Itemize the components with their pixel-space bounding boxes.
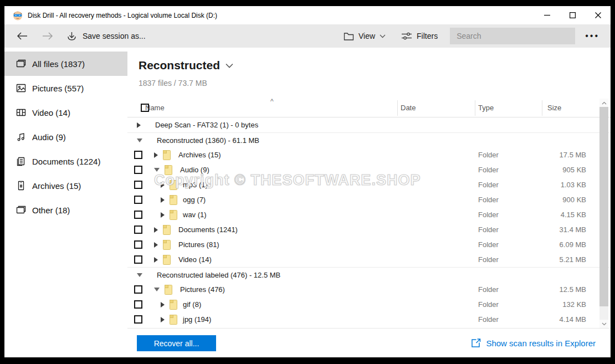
- expand-triangle-icon[interactable]: [154, 227, 158, 233]
- external-link-icon: [471, 338, 481, 348]
- expand-triangle-icon[interactable]: [161, 317, 165, 322]
- column-header-date[interactable]: Date: [401, 99, 416, 117]
- column-header-type[interactable]: Type: [478, 99, 494, 117]
- vertical-scrollbar[interactable]: [599, 99, 608, 328]
- folder-row[interactable]: Pictures (476)Folder12.5 MB: [127, 282, 611, 297]
- more-options-button[interactable]: •••: [583, 31, 602, 41]
- close-button[interactable]: [585, 6, 611, 24]
- folder-row[interactable]: Documents (1241)Folder31.4 MB: [127, 222, 611, 237]
- size-cell: 5.21 MB: [531, 255, 586, 264]
- files-summary: 1837 files / 73.7 MB: [139, 79, 207, 88]
- folder-name: wav (1): [183, 211, 207, 219]
- group-row[interactable]: Reconstructed (1360) - 61.1 MB: [127, 132, 611, 147]
- search-input[interactable]: [450, 28, 575, 44]
- collapse-triangle-icon[interactable]: [154, 288, 160, 291]
- scroll-up-icon[interactable]: [599, 99, 608, 107]
- collapse-triangle-icon[interactable]: [154, 168, 160, 172]
- folder-icon-wrap: [163, 255, 171, 265]
- sidebar: All files (1837)Pictures (557)Video (14)…: [4, 48, 127, 357]
- save-session-icon: [66, 31, 77, 42]
- group-label: Reconstructed labeled (476) - 12.5 MB: [157, 271, 280, 279]
- expand-triangle-icon[interactable]: [161, 182, 165, 188]
- sort-ascending-icon[interactable]: ^: [270, 99, 274, 105]
- folder-row[interactable]: Archives (15)Folder17.5 MB: [127, 147, 611, 162]
- folder-name: Documents (1241): [178, 225, 238, 234]
- folder-row[interactable]: ogg (7)Folder900 KB: [127, 192, 611, 207]
- size-cell: 1.03 KB: [531, 181, 586, 189]
- row-checkbox[interactable]: [134, 181, 142, 189]
- expand-triangle-icon[interactable]: [161, 302, 165, 307]
- app-window: Disk Drill - All recovery methods - Logi…: [4, 6, 611, 357]
- folder-name: Video (14): [178, 255, 212, 264]
- page-title: Reconstructed: [139, 59, 220, 72]
- size-cell: 132 KB: [531, 300, 586, 309]
- row-checkbox[interactable]: [134, 240, 142, 249]
- folder-row[interactable]: Video (14)Folder5.21 MB: [127, 252, 611, 267]
- expand-triangle-icon[interactable]: [161, 197, 165, 203]
- expand-triangle-icon[interactable]: [137, 122, 141, 128]
- column-header-size[interactable]: Size: [547, 99, 561, 117]
- video-icon: [16, 107, 27, 118]
- expand-triangle-icon[interactable]: [161, 212, 165, 218]
- row-checkbox[interactable]: [134, 300, 142, 309]
- expand-triangle-icon[interactable]: [154, 152, 158, 158]
- save-session-button[interactable]: Save session as...: [66, 31, 146, 42]
- sidebar-item-all[interactable]: All files (1837): [4, 52, 127, 76]
- table-header: ^ Name Date Type Size: [127, 99, 611, 117]
- recover-all-button[interactable]: Recover all...: [137, 335, 216, 351]
- row-checkbox[interactable]: [134, 255, 142, 264]
- view-button[interactable]: View: [344, 32, 386, 41]
- scrollbar-thumb[interactable]: [599, 107, 608, 306]
- folder-icon-wrap: [170, 315, 177, 325]
- folder-row[interactable]: mp3 (1)Folder1.03 KB: [127, 177, 611, 192]
- folder-row[interactable]: wav (1)Folder4.15 KB: [127, 207, 611, 222]
- folder-icon-wrap: [163, 225, 171, 235]
- row-checkbox[interactable]: [134, 211, 142, 219]
- size-cell: 4.15 KB: [531, 211, 586, 219]
- content-panel: Reconstructed 1837 files / 73.7 MB ^ Nam…: [127, 48, 611, 357]
- minimize-button[interactable]: [534, 6, 560, 24]
- collapse-triangle-icon[interactable]: [137, 273, 142, 277]
- type-cell: Folder: [478, 225, 499, 234]
- sidebar-item-label: All files (1837): [32, 59, 85, 69]
- scan-method-dropdown[interactable]: Reconstructed: [139, 59, 233, 72]
- folder-icon: [165, 165, 172, 175]
- folder-icon: [163, 255, 171, 265]
- window-title: Disk Drill - All recovery methods - Logi…: [28, 12, 217, 19]
- column-divider: [542, 100, 542, 116]
- expand-triangle-icon[interactable]: [154, 242, 158, 248]
- scroll-down-icon[interactable]: [599, 320, 608, 328]
- sidebar-item-documents[interactable]: Documents (1224): [4, 149, 127, 173]
- sidebar-item-archives[interactable]: Archives (15): [4, 173, 127, 198]
- bottom-bar: Recover all... Show scan results in Expl…: [127, 328, 611, 357]
- sidebar-item-audio[interactable]: Audio (9): [4, 125, 127, 149]
- group-row[interactable]: Reconstructed labeled (476) - 12.5 MB: [127, 267, 611, 282]
- folder-row[interactable]: Audio (9)Folder905 KB: [127, 162, 611, 177]
- row-checkbox[interactable]: [134, 151, 142, 159]
- folder-row[interactable]: jpg (194)Folder4.14 MB: [127, 312, 611, 327]
- row-checkbox[interactable]: [134, 196, 142, 204]
- type-cell: Folder: [478, 240, 499, 249]
- folder-name: Audio (9): [180, 166, 209, 174]
- maximize-button[interactable]: [560, 6, 585, 24]
- row-checkbox[interactable]: [134, 285, 142, 294]
- row-checkbox[interactable]: [134, 225, 142, 234]
- sidebar-item-video[interactable]: Video (14): [4, 100, 127, 125]
- folder-icon: [163, 240, 171, 250]
- forward-button[interactable]: [42, 32, 53, 40]
- row-checkbox[interactable]: [134, 315, 142, 324]
- show-in-explorer-link[interactable]: Show scan results in Explorer: [471, 338, 596, 348]
- folder-row[interactable]: Pictures (81)Folder6.09 MB: [127, 237, 611, 252]
- group-label: Deep Scan - FAT32 (1) - 0 bytes: [155, 121, 258, 129]
- collapse-triangle-icon[interactable]: [137, 139, 142, 142]
- expand-triangle-icon[interactable]: [154, 257, 158, 263]
- column-header-name[interactable]: Name: [145, 99, 165, 117]
- folder-icon-wrap: [163, 150, 171, 160]
- back-button[interactable]: [17, 32, 28, 40]
- row-checkbox[interactable]: [134, 166, 142, 174]
- sidebar-item-pictures[interactable]: Pictures (557): [4, 76, 127, 100]
- folder-row[interactable]: gif (8)Folder132 KB: [127, 297, 611, 312]
- sidebar-item-other[interactable]: Other (18): [4, 198, 127, 222]
- group-row[interactable]: Deep Scan - FAT32 (1) - 0 bytes: [127, 117, 611, 132]
- filters-button[interactable]: Filters: [401, 32, 438, 40]
